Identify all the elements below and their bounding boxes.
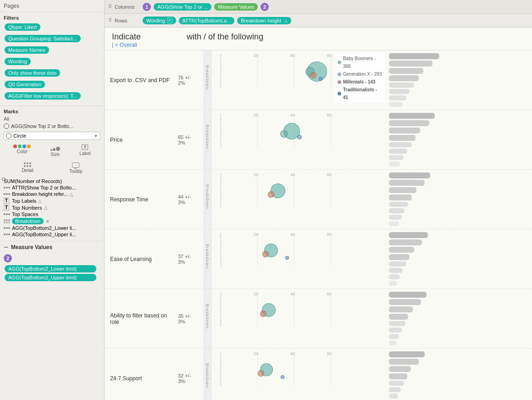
- marks-color-button[interactable]: Color: [10, 143, 34, 159]
- marks-size-button[interactable]: Size: [47, 143, 64, 159]
- chart-viz-area: 204060: [211, 170, 385, 211]
- bar-item: [389, 351, 528, 357]
- data-dot: [258, 370, 264, 377]
- pages-label: Pages: [4, 3, 19, 9]
- bar-item: [389, 314, 528, 320]
- chart-main[interactable]: Export to .CSV and PDF76 +/- 2%Breakdown…: [105, 50, 532, 400]
- row-percent: 65 +/- 3%: [178, 110, 203, 169]
- bar-item: [389, 381, 528, 386]
- chart-row: 24-7 Support32 +/- 3%Breakdown...204060: [105, 349, 532, 400]
- marks-top-spaces[interactable]: Top Spaces: [4, 211, 100, 217]
- agg-lower-icon: [4, 227, 10, 229]
- bar-item: [389, 268, 528, 273]
- marks-detail-tooltip-row: Detail Tooltip: [4, 161, 100, 176]
- bar-item: [389, 394, 528, 399]
- chart-subtitle: | = Overall: [112, 42, 525, 48]
- marks-breakdown-height[interactable]: Breakdown height refer... △: [4, 191, 100, 197]
- row-label: Ability to filter based on role: [105, 289, 178, 348]
- bar-item: [389, 128, 528, 133]
- row-pill-breakdown[interactable]: Breakdown height △: [237, 17, 291, 24]
- mv-collapse-icon: ∼: [4, 244, 8, 250]
- size-label: Size: [51, 152, 60, 157]
- breakdown-label: Breakdown: [12, 218, 44, 224]
- chart-viz-area: 204060Baby Boomers - 368Generation X - 2…: [211, 50, 385, 92]
- marks-sum-records[interactable]: SUM(Number of Records): [4, 178, 100, 184]
- rows-grid-icon: ⠿: [108, 17, 112, 23]
- bar-item: [389, 334, 528, 339]
- row-pill-attr[interactable]: ATTR(TopBottomLa...: [179, 17, 235, 24]
- bar-item: [389, 187, 528, 193]
- filter-pill-dots[interactable]: Only show these dots: [4, 68, 100, 79]
- data-dot: [280, 130, 288, 138]
- filter-wording-label: Wording: [5, 58, 31, 65]
- bar-item: [389, 68, 528, 74]
- bar-item: [389, 292, 528, 298]
- bar-item: [389, 221, 528, 226]
- mv-pill-lower[interactable]: AGG(TopBottom2_Lower limit): [4, 265, 100, 272]
- filter-pill-measure-names[interactable]: Measure Names: [4, 45, 100, 56]
- breakdown-height-label: Breakdown height refer...: [12, 191, 68, 197]
- marks-agg-lower[interactable]: AGG(TopBottom2_Lower li...: [4, 225, 100, 231]
- bar-item: [389, 113, 528, 119]
- dropdown-arrow-icon: ▼: [94, 133, 98, 139]
- mv-pill-upper[interactable]: AGG(TopBottom2_Upper limit): [4, 274, 100, 281]
- marks-breakdown[interactable]: Breakdown ≡: [4, 218, 100, 224]
- bar-item: [389, 75, 528, 81]
- marks-type-dropdown[interactable]: Circle ▼: [4, 132, 100, 140]
- marks-attr-show[interactable]: ATTR(Show Top 2 or Botto...: [4, 185, 100, 190]
- chart-viz-area: 204060: [211, 229, 385, 271]
- marks-label-button[interactable]: T Label: [76, 143, 94, 159]
- filter-pill-qgroup[interactable]: Question Grouping: Satisfact...: [4, 34, 100, 44]
- marks-tooltip-button[interactable]: Tooltip: [66, 161, 86, 176]
- breakdown-icon: [4, 219, 10, 223]
- marks-icons-row: Color Size T Label: [4, 143, 100, 159]
- bar-item: [389, 281, 528, 286]
- top-numbers-icon: T: [4, 205, 9, 211]
- right-bars: [385, 289, 532, 348]
- chart-rows-container: Export to .CSV and PDF76 +/- 2%Breakdown…: [105, 50, 532, 400]
- bar-item: [389, 306, 528, 312]
- marks-top-labels[interactable]: T Top Labels △: [4, 198, 100, 204]
- chart-header: Indicate with / of the following | = Ove…: [105, 28, 532, 50]
- agg-upper-label: AGG(TopBottom2_Upper li...: [12, 232, 76, 237]
- top-labels-label: Top Labels: [12, 198, 36, 204]
- marks-agg-upper[interactable]: AGG(TopBottom2_Upper li...: [4, 232, 100, 237]
- breakdown-height-icon: [4, 193, 10, 195]
- attr-show-icon: [4, 187, 10, 189]
- bar-item: [389, 172, 528, 178]
- chart-row: Response Time44 +/- 3%Breakdown...204060: [105, 170, 532, 229]
- bar-item: [389, 340, 528, 345]
- bar-item: [389, 261, 528, 267]
- label-label: Label: [79, 151, 90, 156]
- marks-agg-row: AGG(Show Top 2 or Botto...: [4, 123, 100, 129]
- measure-values-header: ∼ Measure Values: [0, 241, 104, 251]
- right-panel: ⠿ Columns 1 AGG(Show Top 2 or ... Measur…: [105, 0, 532, 400]
- filter-agg-label: AGG(Filter low responses): T...: [5, 92, 81, 100]
- filter-pill-qtype[interactable]: Qtype: Likert: [4, 22, 100, 33]
- columns-grid-icon: ⠿: [108, 4, 112, 10]
- top-numbers-triangle: △: [44, 205, 48, 210]
- filter-pill-agg[interactable]: AGG(Filter low responses): T...: [4, 91, 100, 102]
- col-pill-measure-values[interactable]: Measure Values: [214, 3, 258, 11]
- marks-detail-button[interactable]: Detail: [18, 161, 37, 176]
- marks-section: Marks All AGG(Show Top 2 or Botto... Cir…: [0, 106, 104, 241]
- chart-row: Ability to filter based on role35 +/- 3%…: [105, 289, 532, 349]
- marks-top-numbers[interactable]: T Top Numbers △: [4, 205, 100, 211]
- filter-qgroup-label: Question Grouping: Satisfact...: [5, 35, 81, 42]
- bar-item: [389, 95, 528, 100]
- breakdown-col-label: Breakdown...: [203, 110, 211, 169]
- bar-item: [389, 359, 528, 365]
- marks-label: Marks: [4, 109, 100, 114]
- circle-type-icon: [6, 133, 11, 139]
- filter-pill-q0gen[interactable]: Q0 Generation: [4, 80, 100, 90]
- row-pill-wording[interactable]: Wording =: [143, 17, 176, 24]
- breakdown-col-label: Breakdown...: [203, 229, 211, 289]
- col-pill-agg[interactable]: AGG(Show Top 2 or ...: [154, 3, 211, 11]
- chart-row: Export to .CSV and PDF76 +/- 2%Breakdown…: [105, 50, 532, 110]
- filter-pill-wording[interactable]: Wording: [4, 57, 100, 67]
- bar-item: [389, 247, 528, 253]
- data-dot: [310, 72, 316, 78]
- color-label: Color: [17, 149, 28, 154]
- bar-item: [389, 142, 528, 147]
- bar-item: [389, 366, 528, 372]
